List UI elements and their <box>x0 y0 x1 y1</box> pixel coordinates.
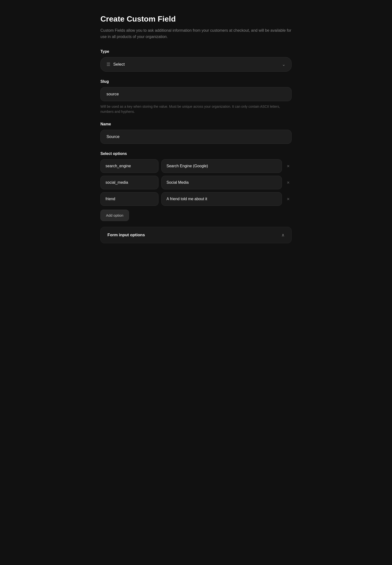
page-title: Create Custom Field <box>100 14 292 24</box>
slug-label: Slug <box>100 79 292 84</box>
type-section: Type ☰ Select ⌄ <box>100 49 292 72</box>
select-options-section: Select options ××× Add option <box>100 152 292 221</box>
form-input-options-section[interactable]: Form input options ∧ <box>100 227 292 243</box>
list-icon: ☰ <box>106 62 110 67</box>
name-input[interactable] <box>100 130 292 144</box>
slug-section: Slug Will be used as a key when storing … <box>100 79 292 114</box>
option-value-input[interactable] <box>161 176 282 189</box>
option-value-input[interactable] <box>161 192 282 206</box>
chevron-up-icon: ∧ <box>281 232 285 238</box>
options-list: ××× <box>100 159 292 206</box>
select-options-label: Select options <box>100 152 292 156</box>
chevron-down-icon: ⌄ <box>282 62 286 67</box>
type-select-value: Select <box>113 62 125 67</box>
option-key-input[interactable] <box>100 159 158 173</box>
add-option-label: Add option <box>106 213 123 217</box>
option-remove-button[interactable]: × <box>285 195 292 203</box>
name-section: Name <box>100 122 292 144</box>
type-label: Type <box>100 49 292 54</box>
option-key-input[interactable] <box>100 176 158 189</box>
option-key-input[interactable] <box>100 192 158 206</box>
type-select-left: ☰ Select <box>106 62 125 67</box>
slug-input[interactable] <box>100 87 292 101</box>
option-row: × <box>100 176 292 189</box>
add-option-button[interactable]: Add option <box>100 210 129 221</box>
type-select[interactable]: ☰ Select ⌄ <box>100 57 292 72</box>
name-label: Name <box>100 122 292 126</box>
form-input-options-label: Form input options <box>107 233 145 238</box>
slug-hint: Will be used as a key when storing the v… <box>100 104 292 114</box>
option-remove-button[interactable]: × <box>285 162 292 170</box>
option-row: × <box>100 159 292 173</box>
option-row: × <box>100 192 292 206</box>
option-remove-button[interactable]: × <box>285 179 292 186</box>
option-value-input[interactable] <box>161 159 282 173</box>
page-description: Custom Fields allow you to ask additiona… <box>100 27 292 40</box>
page-container: Create Custom Field Custom Fields allow … <box>87 0 305 253</box>
